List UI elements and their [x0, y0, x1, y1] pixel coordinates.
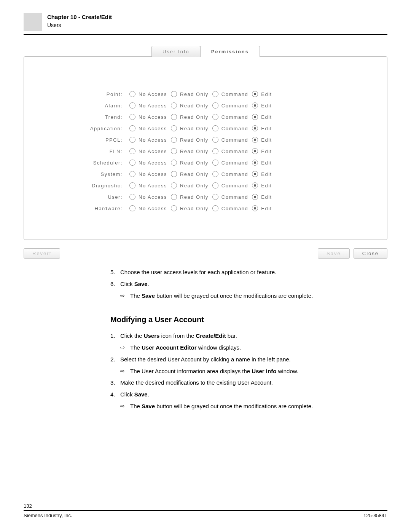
radio-icon[interactable] [212, 171, 218, 177]
radio-icon[interactable] [129, 114, 135, 120]
save-button[interactable]: Save [318, 248, 350, 259]
radio-icon[interactable] [171, 171, 177, 177]
permission-option-ro[interactable]: Read Only [171, 194, 209, 200]
radio-icon[interactable] [252, 102, 258, 109]
radio-icon[interactable] [252, 125, 258, 131]
permission-option-cmd[interactable]: Command [212, 91, 249, 97]
radio-icon[interactable] [171, 182, 177, 189]
permission-option-ro[interactable]: Read Only [171, 182, 209, 189]
step-number: 2. [110, 355, 120, 364]
permission-option-na[interactable]: No Access [129, 160, 168, 166]
radio-icon[interactable] [171, 194, 177, 200]
permission-option-ro[interactable]: Read Only [171, 205, 209, 211]
radio-icon[interactable] [129, 137, 135, 143]
permission-option-cmd[interactable]: Command [212, 125, 249, 131]
permission-option-ed[interactable]: Edit [252, 114, 272, 120]
radio-icon[interactable] [171, 102, 177, 109]
radio-icon[interactable] [171, 125, 177, 131]
radio-icon[interactable] [212, 205, 218, 211]
radio-icon[interactable] [171, 160, 177, 166]
permission-option-ed[interactable]: Edit [252, 160, 272, 166]
permission-option-na[interactable]: No Access [129, 194, 168, 200]
radio-icon[interactable] [129, 205, 135, 211]
permission-option-ro[interactable]: Read Only [171, 148, 209, 154]
radio-icon[interactable] [129, 182, 135, 189]
radio-icon[interactable] [129, 171, 135, 177]
radio-icon[interactable] [171, 114, 177, 120]
radio-icon[interactable] [252, 148, 258, 154]
radio-icon[interactable] [129, 160, 135, 166]
radio-icon[interactable] [252, 114, 258, 120]
result-text: The User Account Editor window displays. [130, 343, 241, 353]
permission-option-ed[interactable]: Edit [252, 137, 272, 143]
permission-option-cmd[interactable]: Command [212, 194, 249, 200]
permission-option-ed[interactable]: Edit [252, 91, 272, 97]
permission-option-ro[interactable]: Read Only [171, 171, 209, 177]
option-label: Command [221, 194, 248, 200]
permission-option-ro[interactable]: Read Only [171, 102, 209, 109]
radio-icon[interactable] [129, 102, 135, 109]
permission-option-ed[interactable]: Edit [252, 182, 272, 189]
permission-option-ed[interactable]: Edit [252, 102, 272, 109]
permission-option-cmd[interactable]: Command [212, 114, 249, 120]
radio-icon[interactable] [212, 91, 218, 97]
radio-icon[interactable] [212, 160, 218, 166]
permission-option-ro[interactable]: Read Only [171, 125, 209, 131]
tab-permissions[interactable]: Permissions [200, 46, 260, 57]
radio-icon[interactable] [252, 91, 258, 97]
permission-option-ro[interactable]: Read Only [171, 137, 209, 143]
option-label: No Access [139, 126, 167, 131]
permission-option-cmd[interactable]: Command [212, 137, 249, 143]
permission-option-ed[interactable]: Edit [252, 171, 272, 177]
permission-option-ed[interactable]: Edit [252, 125, 272, 131]
permission-option-ro[interactable]: Read Only [171, 160, 209, 166]
permission-option-cmd[interactable]: Command [212, 102, 249, 109]
radio-icon[interactable] [129, 91, 135, 97]
permission-option-cmd[interactable]: Command [212, 160, 249, 166]
permission-option-na[interactable]: No Access [129, 205, 168, 211]
permission-row-point: Point:No AccessRead OnlyCommandEdit [41, 91, 370, 97]
radio-icon[interactable] [252, 137, 258, 143]
radio-icon[interactable] [129, 194, 135, 200]
close-button[interactable]: Close [354, 248, 387, 259]
radio-icon[interactable] [212, 182, 218, 189]
radio-icon[interactable] [171, 137, 177, 143]
permission-option-ro[interactable]: Read Only [171, 114, 209, 120]
radio-icon[interactable] [252, 182, 258, 189]
permission-option-cmd[interactable]: Command [212, 148, 249, 154]
radio-icon[interactable] [212, 137, 218, 143]
radio-icon[interactable] [252, 205, 258, 211]
permission-option-na[interactable]: No Access [129, 91, 168, 97]
radio-icon[interactable] [212, 125, 218, 131]
revert-button[interactable]: Revert [24, 248, 60, 259]
tab-user-info[interactable]: User Info [151, 46, 201, 57]
permission-option-ed[interactable]: Edit [252, 194, 272, 200]
permission-option-na[interactable]: No Access [129, 125, 168, 131]
radio-icon[interactable] [212, 114, 218, 120]
permission-option-na[interactable]: No Access [129, 148, 168, 154]
permission-option-na[interactable]: No Access [129, 137, 168, 143]
permission-option-cmd[interactable]: Command [212, 182, 249, 189]
permission-option-cmd[interactable]: Command [212, 205, 249, 211]
radio-icon[interactable] [212, 148, 218, 154]
radio-icon[interactable] [252, 160, 258, 166]
permission-option-cmd[interactable]: Command [212, 171, 249, 177]
radio-icon[interactable] [171, 148, 177, 154]
radio-icon[interactable] [212, 102, 218, 109]
permission-option-na[interactable]: No Access [129, 171, 168, 177]
permission-option-ro[interactable]: Read Only [171, 91, 209, 97]
option-label: Edit [261, 171, 272, 177]
permission-option-ed[interactable]: Edit [252, 205, 272, 211]
radio-icon[interactable] [252, 194, 258, 200]
radio-icon[interactable] [212, 194, 218, 200]
permission-option-na[interactable]: No Access [129, 182, 168, 189]
permission-option-ed[interactable]: Edit [252, 148, 272, 154]
option-label: No Access [139, 171, 167, 177]
permission-option-na[interactable]: No Access [129, 114, 168, 120]
permission-option-na[interactable]: No Access [129, 102, 168, 109]
radio-icon[interactable] [252, 171, 258, 177]
radio-icon[interactable] [171, 91, 177, 97]
radio-icon[interactable] [171, 205, 177, 211]
radio-icon[interactable] [129, 148, 135, 154]
radio-icon[interactable] [129, 125, 135, 131]
